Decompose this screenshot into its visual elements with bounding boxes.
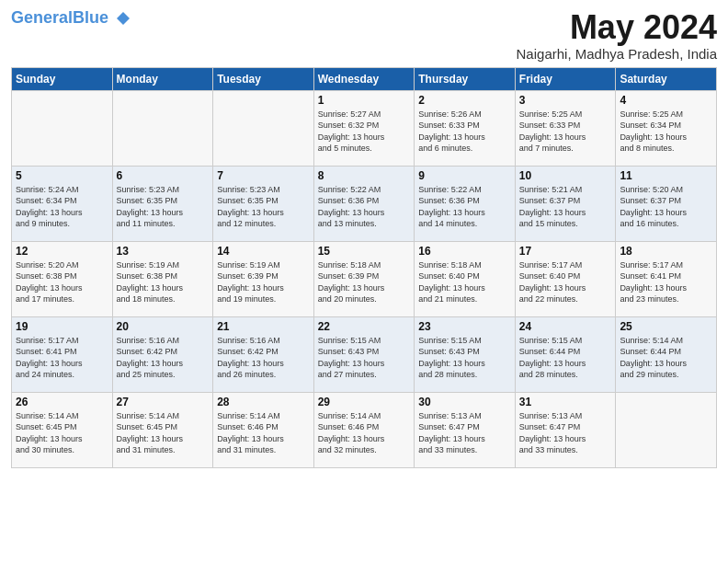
cell-info: Sunrise: 5:14 AM Sunset: 6:45 PM Dayligh… [117,410,210,456]
table-row: 11Sunrise: 5:20 AM Sunset: 6:37 PM Dayli… [616,166,717,241]
cell-info: Sunrise: 5:19 AM Sunset: 6:38 PM Dayligh… [117,259,210,305]
table-row: 9Sunrise: 5:22 AM Sunset: 6:36 PM Daylig… [415,166,516,241]
table-row: 7Sunrise: 5:23 AM Sunset: 6:35 PM Daylig… [213,166,314,241]
header: GeneralBlue May 2024 Naigarhi, Madhya Pr… [11,9,717,62]
table-row: 14Sunrise: 5:19 AM Sunset: 6:39 PM Dayli… [213,241,314,316]
table-row: 4Sunrise: 5:25 AM Sunset: 6:34 PM Daylig… [616,90,717,166]
table-row: 19Sunrise: 5:17 AM Sunset: 6:41 PM Dayli… [12,316,113,392]
day-number: 19 [16,320,108,333]
day-number: 27 [117,396,210,408]
day-number: 1 [318,94,411,107]
col-monday: Monday [112,67,213,90]
table-row: 29Sunrise: 5:14 AM Sunset: 6:46 PM Dayli… [313,392,415,467]
day-number: 6 [117,169,210,182]
day-number: 21 [217,320,310,333]
cell-info: Sunrise: 5:20 AM Sunset: 6:38 PM Dayligh… [16,259,108,305]
table-row: 2Sunrise: 5:26 AM Sunset: 6:33 PM Daylig… [415,90,516,166]
day-number: 18 [620,245,712,258]
cell-info: Sunrise: 5:23 AM Sunset: 6:35 PM Dayligh… [217,184,310,230]
cell-info: Sunrise: 5:14 AM Sunset: 6:46 PM Dayligh… [318,410,411,456]
cell-info: Sunrise: 5:22 AM Sunset: 6:36 PM Dayligh… [318,184,411,230]
col-sunday: Sunday [12,67,113,90]
cell-info: Sunrise: 5:26 AM Sunset: 6:33 PM Dayligh… [418,109,511,155]
title-section: May 2024 Naigarhi, Madhya Pradesh, India [517,9,717,62]
calendar-table: Sunday Monday Tuesday Wednesday Thursday… [11,67,717,468]
table-row: 23Sunrise: 5:15 AM Sunset: 6:43 PM Dayli… [415,316,516,392]
table-row [12,90,113,166]
day-number: 11 [620,169,712,182]
table-row: 28Sunrise: 5:14 AM Sunset: 6:46 PM Dayli… [213,392,314,467]
cell-info: Sunrise: 5:15 AM Sunset: 6:44 PM Dayligh… [519,335,612,381]
logo: GeneralBlue [11,9,131,28]
calendar-week-row: 12Sunrise: 5:20 AM Sunset: 6:38 PM Dayli… [12,241,717,316]
calendar-week-row: 1Sunrise: 5:27 AM Sunset: 6:32 PM Daylig… [12,90,717,166]
cell-info: Sunrise: 5:17 AM Sunset: 6:41 PM Dayligh… [16,335,108,381]
table-row: 17Sunrise: 5:17 AM Sunset: 6:40 PM Dayli… [515,241,616,316]
col-tuesday: Tuesday [213,67,314,90]
col-saturday: Saturday [616,67,717,90]
cell-info: Sunrise: 5:18 AM Sunset: 6:40 PM Dayligh… [418,259,511,305]
table-row: 1Sunrise: 5:27 AM Sunset: 6:32 PM Daylig… [313,90,415,166]
day-number: 31 [519,396,612,408]
day-number: 12 [16,245,108,258]
col-thursday: Thursday [415,67,516,90]
day-number: 22 [318,320,411,333]
table-row [112,90,213,166]
month-year: May 2024 [517,9,717,46]
day-number: 20 [117,320,210,333]
day-number: 15 [318,245,411,258]
table-row: 25Sunrise: 5:14 AM Sunset: 6:44 PM Dayli… [616,316,717,392]
calendar-week-row: 5Sunrise: 5:24 AM Sunset: 6:34 PM Daylig… [12,166,717,241]
col-friday: Friday [515,67,616,90]
day-number: 25 [620,320,712,333]
table-row: 8Sunrise: 5:22 AM Sunset: 6:36 PM Daylig… [313,166,415,241]
cell-info: Sunrise: 5:25 AM Sunset: 6:34 PM Dayligh… [620,109,712,155]
cell-info: Sunrise: 5:14 AM Sunset: 6:46 PM Dayligh… [217,410,310,456]
table-row: 10Sunrise: 5:21 AM Sunset: 6:37 PM Dayli… [515,166,616,241]
logo-text: GeneralBlue [11,9,131,28]
cell-info: Sunrise: 5:22 AM Sunset: 6:36 PM Dayligh… [418,184,511,230]
cell-info: Sunrise: 5:18 AM Sunset: 6:39 PM Dayligh… [318,259,411,305]
table-row: 26Sunrise: 5:14 AM Sunset: 6:45 PM Dayli… [12,392,113,467]
day-number: 5 [16,169,108,182]
table-row: 16Sunrise: 5:18 AM Sunset: 6:40 PM Dayli… [415,241,516,316]
cell-info: Sunrise: 5:25 AM Sunset: 6:33 PM Dayligh… [519,109,612,155]
day-number: 16 [418,245,511,258]
cell-info: Sunrise: 5:24 AM Sunset: 6:34 PM Dayligh… [16,184,108,230]
day-number: 26 [16,396,108,408]
logo-general: General [11,8,73,27]
table-row: 20Sunrise: 5:16 AM Sunset: 6:42 PM Dayli… [112,316,213,392]
table-row: 13Sunrise: 5:19 AM Sunset: 6:38 PM Dayli… [112,241,213,316]
svg-marker-0 [117,12,130,25]
table-row: 6Sunrise: 5:23 AM Sunset: 6:35 PM Daylig… [112,166,213,241]
day-number: 14 [217,245,310,258]
day-number: 29 [318,396,411,408]
cell-info: Sunrise: 5:23 AM Sunset: 6:35 PM Dayligh… [117,184,210,230]
cell-info: Sunrise: 5:17 AM Sunset: 6:40 PM Dayligh… [519,259,612,305]
table-row: 18Sunrise: 5:17 AM Sunset: 6:41 PM Dayli… [616,241,717,316]
cell-info: Sunrise: 5:20 AM Sunset: 6:37 PM Dayligh… [620,184,712,230]
table-row: 22Sunrise: 5:15 AM Sunset: 6:43 PM Dayli… [313,316,415,392]
cell-info: Sunrise: 5:15 AM Sunset: 6:43 PM Dayligh… [318,335,411,381]
cell-info: Sunrise: 5:27 AM Sunset: 6:32 PM Dayligh… [318,109,411,155]
cell-info: Sunrise: 5:14 AM Sunset: 6:44 PM Dayligh… [620,335,712,381]
table-row: 5Sunrise: 5:24 AM Sunset: 6:34 PM Daylig… [12,166,113,241]
table-row: 30Sunrise: 5:13 AM Sunset: 6:47 PM Dayli… [415,392,516,467]
cell-info: Sunrise: 5:15 AM Sunset: 6:43 PM Dayligh… [418,335,511,381]
day-number: 10 [519,169,612,182]
table-row: 31Sunrise: 5:13 AM Sunset: 6:47 PM Dayli… [515,392,616,467]
cell-info: Sunrise: 5:19 AM Sunset: 6:39 PM Dayligh… [217,259,310,305]
cell-info: Sunrise: 5:13 AM Sunset: 6:47 PM Dayligh… [418,410,511,456]
day-number: 17 [519,245,612,258]
location: Naigarhi, Madhya Pradesh, India [517,46,717,62]
calendar-week-row: 19Sunrise: 5:17 AM Sunset: 6:41 PM Dayli… [12,316,717,392]
cell-info: Sunrise: 5:13 AM Sunset: 6:47 PM Dayligh… [519,410,612,456]
cell-info: Sunrise: 5:17 AM Sunset: 6:41 PM Dayligh… [620,259,712,305]
day-number: 30 [418,396,511,408]
table-row: 3Sunrise: 5:25 AM Sunset: 6:33 PM Daylig… [515,90,616,166]
day-number: 7 [217,169,310,182]
logo-blue: Blue [73,8,108,27]
day-number: 24 [519,320,612,333]
day-number: 3 [519,94,612,107]
day-number: 28 [217,396,310,408]
